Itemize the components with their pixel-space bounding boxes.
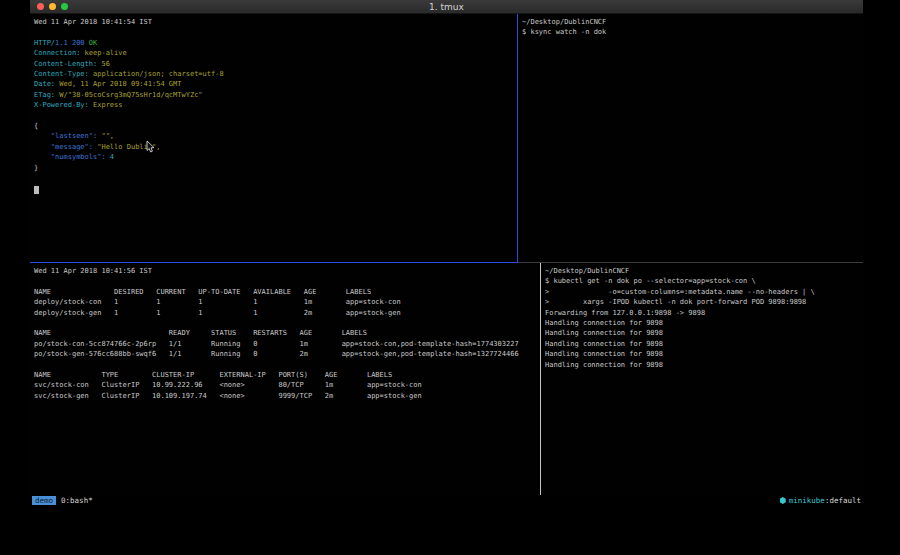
traffic-lights: [37, 3, 68, 10]
status-right: minikube :default: [780, 496, 861, 505]
header-name: Connection:: [34, 49, 80, 57]
tmux-status-bar: demo 0:bash* minikube :default: [30, 495, 863, 506]
pane-divider-vertical-top[interactable]: [517, 14, 518, 262]
window-title: 1. tmux: [30, 2, 863, 12]
json-line: "message": "Hello Dublin",: [34, 142, 513, 152]
json-key: "numsymbols":: [34, 153, 106, 161]
kubernetes-hexagon-icon: [780, 497, 786, 504]
pane-http-response[interactable]: Wed 11 Apr 2018 10:41:54 IST HTTP/1.1 20…: [30, 14, 517, 262]
deployments-table: NAME DESIRED CURRENT UP-TO-DATE AVAILABL…: [34, 287, 536, 318]
json-key: "message":: [34, 143, 93, 151]
mouse-cursor-icon: [146, 140, 155, 153]
pane-divider-horizontal-active[interactable]: [30, 262, 518, 263]
pane-kubectl-resources[interactable]: Wed 11 Apr 2018 10:41:56 IST NAME DESIRE…: [30, 263, 540, 495]
blank-line: [34, 318, 536, 328]
http-header: ETag: W/"38-05coCsrg3mQ75sHr1d/qcMTwYZc": [34, 90, 513, 100]
command-ksync: $ ksync watch -n dok: [522, 27, 859, 37]
http-header: Connection: keep-alive: [34, 48, 513, 58]
http-header: Date: Wed, 11 Apr 2018 09:41:54 GMT: [34, 79, 513, 89]
blank-line: [34, 276, 536, 286]
pane-port-forward[interactable]: ~/Desktop/DublinCNCF $ kubectl get -n do…: [541, 263, 863, 495]
terminal-cursor: [34, 186, 39, 194]
port-forward-output: $ kubectl get -n dok po --selector=app=s…: [545, 276, 859, 370]
http-header: X-Powered-By: Express: [34, 100, 513, 110]
header-name: Content-Type:: [34, 70, 89, 78]
pane-divider-vertical-bottom[interactable]: [540, 263, 541, 495]
close-window-button[interactable]: [37, 3, 44, 10]
json-value: "",: [97, 132, 114, 140]
status-left: demo 0:bash*: [32, 496, 93, 505]
header-value: application/json; charset=utf-8: [89, 70, 224, 78]
json-key: "lastseen":: [34, 132, 97, 140]
kube-context-name: minikube: [789, 496, 825, 505]
blank-line: [34, 27, 513, 37]
json-line: "numsymbols": 4: [34, 152, 513, 162]
services-table: NAME TYPE CLUSTER-IP EXTERNAL-IP PORT(S)…: [34, 370, 536, 401]
json-line: "lastseen": "",: [34, 131, 513, 141]
blank-line: [34, 173, 513, 183]
http-header: Content-Type: application/json; charset=…: [34, 69, 513, 79]
timestamp-line: Wed 11 Apr 2018 10:41:54 IST: [34, 17, 513, 27]
cwd-line: ~/Desktop/DublinCNCF: [522, 17, 859, 27]
header-name: Date:: [34, 80, 55, 88]
session-name-badge[interactable]: demo: [32, 496, 56, 505]
zoom-window-button[interactable]: [61, 3, 68, 10]
http-header: Content-Length: 56: [34, 59, 513, 69]
header-value: Express: [89, 101, 123, 109]
http-proto: HTTP/: [34, 39, 55, 47]
header-name: Content-Length:: [34, 60, 97, 68]
kube-namespace: :default: [825, 496, 861, 505]
pods-table: NAME READY STATUS RESTARTS AGE LABELS po…: [34, 328, 536, 359]
window-tab-bash[interactable]: 0:bash*: [61, 496, 93, 505]
header-value: Wed, 11 Apr 2018 09:41:54 GMT: [55, 80, 181, 88]
pane-ksync[interactable]: ~/Desktop/DublinCNCF $ ksync watch -n do…: [518, 14, 863, 262]
blank-line: [34, 111, 513, 121]
http-status-line: HTTP/1.1 200 OK: [34, 38, 513, 48]
json-value: 4: [106, 153, 114, 161]
window-titlebar[interactable]: 1. tmux: [30, 0, 863, 14]
header-name: ETag:: [34, 91, 55, 99]
prompt-line[interactable]: [34, 183, 513, 193]
header-value: 56: [97, 60, 110, 68]
cwd-line: ~/Desktop/DublinCNCF: [545, 266, 859, 276]
json-open-brace: {: [34, 121, 513, 131]
minimize-window-button[interactable]: [49, 3, 56, 10]
json-close-brace: }: [34, 163, 513, 173]
header-name: X-Powered-By:: [34, 101, 89, 109]
header-value: W/"38-05coCsrg3mQ75sHr1d/qcMTwYZc": [55, 91, 203, 99]
http-status-code: 1.1 200: [55, 39, 85, 47]
header-value: keep-alive: [80, 49, 126, 57]
timestamp-line: Wed 11 Apr 2018 10:41:56 IST: [34, 266, 536, 276]
terminal-window: 1. tmux Wed 11 Apr 2018 10:41:54 IST HTT…: [30, 0, 863, 506]
pane-divider-horizontal[interactable]: [518, 262, 863, 263]
blank-line: [34, 360, 536, 370]
http-status-reason: OK: [85, 39, 98, 47]
